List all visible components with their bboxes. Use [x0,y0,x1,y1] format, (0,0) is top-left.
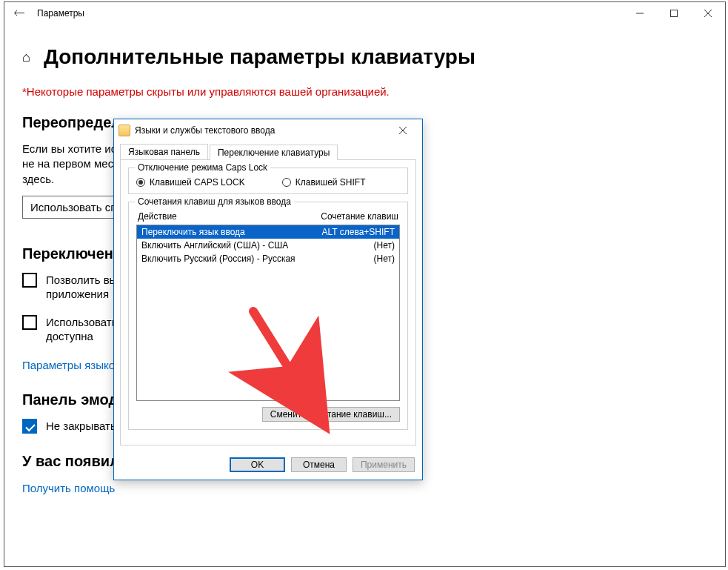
radio-capslock[interactable]: Клавишей CAPS LOCK [136,177,245,188]
list-item[interactable]: Включить Английский (США) - США (Нет) [137,239,399,252]
cancel-button[interactable]: Отмена [291,457,347,472]
capslock-group-title: Отключение режима Caps Lock [135,162,270,173]
radio-shift[interactable]: Клавишей SHIFT [282,177,366,188]
close-button[interactable] [691,2,725,24]
allow-checkbox-label: Позволить выб приложения [46,273,124,302]
change-hotkey-button[interactable]: Сменить сочетание клавиш... [262,407,400,422]
default-lang-dropdown[interactable]: Использовать сп [22,196,124,219]
ok-button[interactable]: OK [230,457,285,472]
settings-titlebar: 🡐 Параметры [4,2,725,24]
back-button[interactable]: 🡐 [4,7,34,20]
col-action: Действие [138,211,302,222]
hotkeys-listbox[interactable]: Переключить язык ввода ALT слева+SHIFT В… [136,225,400,401]
emoji-checkbox[interactable] [22,419,37,434]
minimize-button[interactable] [623,2,657,24]
hotkeys-group: Сочетания клавиш для языков ввода Действ… [128,202,408,430]
capslock-group: Отключение режима Caps Lock Клавишей CAP… [128,168,408,194]
language-settings-link[interactable]: Параметры языков [22,359,121,371]
page-title: Дополнительные параметры клавиатуры [44,45,475,69]
dialog-close-button[interactable] [388,124,418,137]
allow-checkbox[interactable] [22,273,37,288]
apply-button[interactable]: Применить [353,457,415,472]
use-checkbox-label: Использовать доступна [46,315,118,344]
window-title: Параметры [34,8,84,19]
list-item[interactable]: Включить Русский (Россия) - Русская (Нет… [137,252,399,265]
home-icon[interactable]: ⌂ [22,50,30,65]
get-help-link[interactable]: Получить помощь [22,482,115,494]
radio-icon [282,178,291,187]
hotkeys-group-title: Сочетания клавиш для языков ввода [135,196,294,207]
tab-language-panel[interactable]: Языковая панель [120,144,208,159]
org-warning: *Некоторые параметры скрыты или управляю… [22,85,707,98]
dialog-title: Языки и службы текстового ввода [135,125,275,136]
tab-keyboard-switch[interactable]: Переключение клавиатуры [210,145,338,160]
radio-icon [136,178,145,187]
svg-rect-1 [671,10,678,17]
text-services-dialog: Языки и службы текстового ввода Языковая… [113,119,423,480]
dialog-icon [118,125,130,136]
col-shortcut: Сочетание клавиш [302,211,398,222]
maximize-button[interactable] [657,2,691,24]
list-item[interactable]: Переключить язык ввода ALT слева+SHIFT [137,225,399,239]
use-checkbox[interactable] [22,315,37,330]
